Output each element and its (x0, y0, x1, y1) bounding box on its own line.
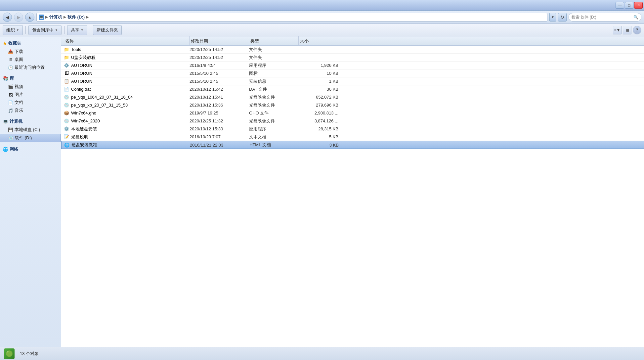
file-type-cell: 光盘映像文件 (249, 94, 299, 100)
back-button[interactable]: ◀ (3, 13, 12, 22)
sidebar-item-video[interactable]: 🎬 视频 (0, 83, 61, 91)
sidebar-favorites-header[interactable]: ★ 收藏夹 (0, 39, 61, 48)
download-icon: 📥 (8, 49, 13, 54)
sidebar-item-d-drive[interactable]: 💿 软件 (D:) (0, 134, 61, 142)
up-button[interactable]: ▲ (25, 13, 34, 22)
location-icon: 💻 (39, 15, 44, 20)
help-button[interactable]: ? (633, 26, 641, 34)
address-bar: ◀ ▶ ▲ 💻 ▶ 计算机 ▶ 软件 (D:) ▶ ▼ ↻ 🔍 (0, 11, 644, 24)
file-type-cell: 光盘映像文件 (249, 102, 299, 108)
computer-icon: 💻 (3, 119, 8, 124)
table-row[interactable]: 📝 光盘说明 2016/10/23 7:07 文本文档 5 KB (61, 133, 644, 141)
file-name-cell: ⚙️ 本地硬盘安装 (64, 126, 190, 132)
file-type-cell: 安装信息 (249, 78, 299, 84)
music-label: 音乐 (15, 108, 23, 113)
share-arrow: ▼ (81, 28, 84, 32)
organize-button[interactable]: 组织 ▼ (3, 25, 23, 35)
table-row[interactable]: 🌐 硬盘安装教程 2016/11/21 22:03 HTML 文档 3 KB (61, 141, 644, 149)
file-type-icon: 🌐 (64, 142, 69, 148)
sidebar-item-recent[interactable]: 🕒 最近访问的位置 (0, 64, 61, 71)
file-type-icon: 💿 (64, 95, 69, 100)
table-row[interactable]: 💿 pe_yqs_1064_20_07_31_16_04 2020/10/12 … (61, 93, 644, 101)
breadcrumb-computer[interactable]: 计算机 (49, 14, 62, 20)
file-type-cell: 文件夹 (249, 47, 299, 53)
organize-arrow: ▼ (16, 28, 19, 32)
file-type-icon: 🖼 (64, 71, 69, 76)
share-button[interactable]: 共享 ▼ (67, 25, 87, 35)
video-icon: 🎬 (8, 84, 13, 89)
maximize-button[interactable]: □ (625, 2, 633, 9)
bc-separator-1: ▶ (45, 15, 48, 19)
col-header-type[interactable]: 类型 (249, 36, 299, 45)
file-type-icon: ⚙️ (64, 63, 69, 68)
c-drive-icon: 💾 (8, 127, 13, 132)
desktop-label: 桌面 (15, 57, 23, 63)
file-date-cell: 2020/10/12 15:42 (190, 87, 249, 92)
sidebar-library-header[interactable]: 📚 库 (0, 74, 61, 83)
file-date-cell: 2015/5/10 2:45 (190, 79, 249, 84)
status-bar: 🟢 13 个对象 (0, 347, 644, 360)
file-type-cell: 应用程序 (249, 63, 299, 68)
network-icon: 🌐 (3, 147, 8, 152)
file-type-cell: 文件夹 (249, 55, 299, 61)
col-header-name[interactable]: 名称 (64, 36, 190, 45)
sidebar-network-header[interactable]: 🌐 网络 (0, 145, 61, 154)
table-row[interactable]: 💿 pe_yqs_xp_20_07_31_15_53 2020/10/12 15… (61, 101, 644, 109)
file-size-cell: 10 KB (299, 71, 345, 76)
file-size-cell: 1 KB (299, 79, 345, 84)
file-area: 名称 修改日期 类型 大小 📁 Tools 2020/12/25 14:52 文… (61, 36, 644, 347)
sidebar-item-music[interactable]: 🎵 音乐 (0, 107, 61, 114)
address-dropdown[interactable]: ▼ (549, 13, 556, 22)
col-header-size[interactable]: 大小 (299, 36, 345, 45)
sidebar-item-download[interactable]: 📥 下载 (0, 48, 61, 56)
sidebar-item-documents[interactable]: 📄 文档 (0, 99, 61, 107)
download-label: 下载 (15, 49, 23, 55)
file-type-icon: 💿 (64, 103, 69, 108)
table-row[interactable]: 💿 Win7x64_2020 2020/12/25 11:32 光盘映像文件 3… (61, 117, 644, 125)
bc-separator-3: ▶ (86, 15, 89, 19)
file-name-label: 光盘说明 (71, 134, 88, 140)
minimize-button[interactable]: — (616, 2, 624, 9)
file-name-cell: ⚙️ AUTORUN (64, 63, 190, 68)
file-name-label: pe_yqs_1064_20_07_31_16_04 (71, 95, 133, 100)
sidebar-item-c-drive[interactable]: 💾 本地磁盘 (C:) (0, 126, 61, 134)
file-date-cell: 2016/10/23 7:07 (190, 134, 249, 139)
table-row[interactable]: 📄 Config.dat 2020/10/12 15:42 DAT 文件 36 … (61, 85, 644, 93)
sidebar: ★ 收藏夹 📥 下载 🖥 桌面 🕒 最近访问的位置 📚 库 (0, 36, 61, 347)
file-type-icon: 📁 (64, 47, 69, 52)
table-row[interactable]: 📁 U盘安装教程 2020/12/25 14:52 文件夹 (61, 54, 644, 62)
forward-button[interactable]: ▶ (14, 13, 23, 22)
table-row[interactable]: 📦 Win7x64.gho 2019/9/7 19:25 GHO 文件 2,90… (61, 109, 644, 117)
include-library-button[interactable]: 包含到库中 ▼ (28, 25, 62, 35)
search-icon: 🔍 (633, 15, 638, 20)
file-size-cell: 3 KB (299, 143, 345, 148)
change-view-button[interactable]: ≡▼ (613, 26, 622, 34)
file-name-cell: 📝 光盘说明 (64, 134, 190, 140)
sidebar-computer-header[interactable]: 💻 计算机 (0, 117, 61, 126)
refresh-button[interactable]: ↻ (558, 13, 567, 22)
table-row[interactable]: 📋 AUTORUN 2015/5/10 2:45 安装信息 1 KB (61, 77, 644, 85)
file-name-cell: 📁 U盘安装教程 (64, 55, 190, 61)
table-row[interactable]: 🖼 AUTORUN 2015/5/10 2:45 图标 10 KB (61, 69, 644, 77)
network-label: 网络 (10, 146, 18, 152)
pictures-label: 图片 (15, 92, 23, 98)
file-name-label: AUTORUN (71, 79, 92, 84)
sidebar-item-desktop[interactable]: 🖥 桌面 (0, 56, 61, 64)
file-date-cell: 2020/12/25 14:52 (190, 47, 249, 52)
toolbar: 组织 ▼ 包含到库中 ▼ 共享 ▼ 新建文件夹 ≡▼ ▦ ? (0, 24, 644, 36)
breadcrumb-drive[interactable]: 软件 (D:) (67, 14, 85, 20)
favorites-label: 收藏夹 (8, 40, 21, 46)
preview-pane-button[interactable]: ▦ (623, 26, 631, 34)
recent-icon: 🕒 (8, 65, 13, 70)
col-header-date[interactable]: 修改日期 (190, 36, 249, 45)
table-row[interactable]: 📁 Tools 2020/12/25 14:52 文件夹 (61, 46, 644, 54)
close-button[interactable]: ✕ (634, 2, 643, 9)
table-row[interactable]: ⚙️ 本地硬盘安装 2020/10/12 15:30 应用程序 28,315 K… (61, 125, 644, 133)
table-row[interactable]: ⚙️ AUTORUN 2016/1/8 4:54 应用程序 1,926 KB (61, 62, 644, 69)
desktop-icon: 🖥 (8, 57, 13, 62)
sidebar-item-pictures[interactable]: 🖼 图片 (0, 91, 61, 99)
search-input[interactable] (572, 15, 632, 20)
file-name-cell: 📄 Config.dat (64, 87, 190, 92)
new-folder-button[interactable]: 新建文件夹 (93, 25, 122, 35)
file-date-cell: 2015/5/10 2:45 (190, 71, 249, 76)
